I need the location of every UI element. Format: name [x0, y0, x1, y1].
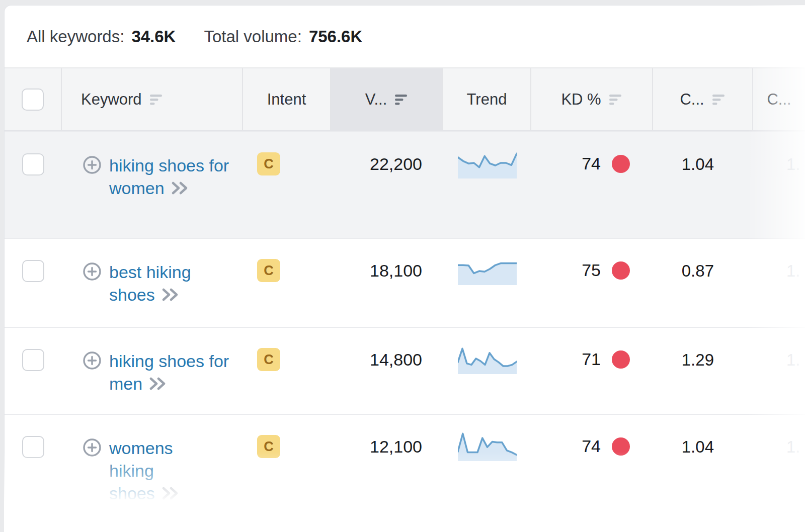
double-chevron-icon[interactable] — [161, 486, 180, 501]
kd-value: 71 — [582, 348, 601, 370]
kd-difficulty-dot — [612, 350, 630, 369]
trend-header-label: Trend — [467, 91, 507, 109]
row-checkbox[interactable] — [22, 260, 44, 282]
double-chevron-icon[interactable] — [161, 287, 180, 302]
cpc-header-label: C... — [680, 91, 704, 109]
summary-bar: All keywords: 34.6K Total volume: 756.6K — [5, 6, 805, 67]
cpc-value: 1.29 — [653, 328, 753, 414]
double-chevron-icon[interactable] — [148, 376, 168, 391]
trend-sparkline — [458, 343, 517, 374]
cpc-value: 1.04 — [653, 415, 753, 532]
column-header-keyword[interactable]: Keyword — [62, 68, 243, 130]
sort-icon-active[interactable] — [395, 94, 408, 106]
keyword-link[interactable]: hiking shoes for women — [109, 156, 229, 198]
column-header-intent: Intent — [243, 68, 331, 130]
intent-header-label: Intent — [267, 91, 306, 109]
volume-value: 14,800 — [331, 328, 443, 414]
all-keywords-summary: All keywords: 34.6K — [27, 27, 176, 46]
page-background: All keywords: 34.6K Total volume: 756.6K… — [0, 0, 805, 532]
kd-difficulty-dot — [612, 437, 630, 456]
sort-icon[interactable] — [609, 94, 622, 106]
intent-badge: C — [257, 435, 280, 458]
volume-value: 22,200 — [331, 132, 443, 238]
sort-icon[interactable] — [712, 94, 726, 106]
keyword-row: hiking shoes for men C 14,800 71 1.29 1. — [5, 327, 805, 414]
column-header-trend: Trend — [443, 68, 531, 130]
keyword-row: womens hiking shoes C 12,100 74 1.04 1. — [5, 414, 805, 532]
expand-plus-icon[interactable] — [82, 261, 102, 282]
kd-difficulty-dot — [612, 261, 630, 280]
intent-badge: C — [257, 348, 280, 371]
keywords-table: Keyword Intent V... Trend KD % — [5, 67, 805, 532]
trend-sparkline — [458, 147, 517, 179]
table-header-row: Keyword Intent V... Trend KD % — [5, 68, 805, 131]
row-checkbox[interactable] — [22, 349, 44, 371]
cpc-value: 1.04 — [653, 132, 753, 238]
keyword-header-label: Keyword — [81, 91, 142, 109]
total-volume-summary: Total volume: 756.6K — [204, 27, 362, 46]
all-keywords-value: 34.6K — [131, 27, 176, 46]
volume-value: 18,100 — [331, 239, 443, 327]
keyword-row: hiking shoes for women C 22,200 74 1.04 … — [5, 131, 805, 238]
volume-header-label: V... — [365, 91, 387, 109]
intent-badge: C — [257, 259, 280, 282]
com-value: 1. — [753, 239, 805, 327]
select-all-cell — [5, 68, 62, 130]
all-keywords-label: All keywords: — [27, 27, 124, 46]
keyword-table-card: All keywords: 34.6K Total volume: 756.6K… — [4, 5, 805, 532]
keyword-row: best hiking shoes C 18,100 75 0.87 1. — [5, 238, 805, 327]
column-header-kd[interactable]: KD % — [531, 68, 653, 130]
double-chevron-icon[interactable] — [171, 181, 190, 196]
total-volume-value: 756.6K — [309, 27, 362, 46]
kd-value: 74 — [582, 152, 601, 174]
expand-plus-icon[interactable] — [82, 350, 102, 371]
sort-icon[interactable] — [150, 94, 163, 106]
column-header-cpc[interactable]: C... — [653, 68, 753, 130]
kd-header-label: KD % — [561, 91, 601, 109]
trend-sparkline — [458, 430, 517, 461]
cpc-value: 0.87 — [653, 239, 753, 327]
expand-plus-icon[interactable] — [82, 155, 102, 175]
column-header-com[interactable]: C... — [753, 68, 805, 130]
kd-value: 75 — [582, 259, 601, 281]
intent-badge: C — [257, 152, 280, 175]
expand-plus-icon[interactable] — [82, 437, 102, 458]
trend-sparkline — [458, 254, 517, 285]
com-value: 1. — [753, 415, 805, 532]
total-volume-label: Total volume: — [204, 27, 301, 46]
kd-value: 74 — [582, 435, 601, 457]
com-value: 1. — [753, 328, 805, 414]
column-header-volume[interactable]: V... — [331, 68, 443, 130]
row-checkbox[interactable] — [22, 436, 44, 458]
com-value: 1. — [753, 132, 805, 238]
volume-value: 12,100 — [331, 415, 443, 532]
select-all-checkbox[interactable] — [22, 88, 44, 111]
keyword-link[interactable]: hiking shoes for men — [109, 351, 229, 393]
row-checkbox[interactable] — [22, 153, 44, 175]
kd-difficulty-dot — [612, 155, 630, 173]
com-header-label: C... — [767, 91, 791, 109]
